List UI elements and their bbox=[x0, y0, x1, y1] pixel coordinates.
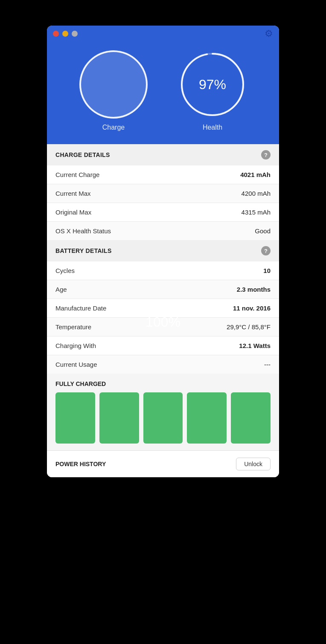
unlock-button[interactable]: Unlock bbox=[236, 458, 271, 470]
close-button[interactable] bbox=[53, 31, 59, 37]
gear-icon[interactable]: ⚙ bbox=[265, 28, 273, 39]
battery-details-section: BATTERY DETAILS ? Cycles 10 Age 2.3 mont… bbox=[47, 240, 279, 374]
current-max-value: 4200 mAh bbox=[242, 190, 271, 197]
app-window: ⚙ 100% Charge 97% Health bbox=[47, 26, 279, 477]
temperature-label: Temperature bbox=[55, 323, 91, 331]
original-max-value: 4315 mAh bbox=[242, 209, 271, 216]
fully-charged-title: FULLY CHARGED bbox=[55, 380, 271, 387]
current-usage-value: --- bbox=[264, 361, 271, 368]
header-section: 100% Charge 97% Health bbox=[47, 42, 279, 144]
manufacture-date-label: Manufacture Date bbox=[55, 305, 106, 312]
charge-details-help-icon[interactable]: ? bbox=[261, 150, 271, 160]
table-row: OS X Health Status Good bbox=[47, 222, 279, 240]
table-row: Current Charge 4021 mAh bbox=[47, 165, 279, 184]
charge-details-header: CHARGE DETAILS ? bbox=[47, 144, 279, 165]
table-row: Age 2.3 months bbox=[47, 280, 279, 299]
power-history-title: POWER HISTORY bbox=[55, 461, 106, 467]
table-row: Original Max 4315 mAh bbox=[47, 203, 279, 222]
table-row: Current Max 4200 mAh bbox=[47, 184, 279, 203]
charge-label: Charge bbox=[102, 124, 125, 131]
temperature-value: 29,9°C / 85,8°F bbox=[227, 323, 271, 331]
green-bar-2 bbox=[99, 392, 139, 444]
current-max-label: Current Max bbox=[55, 190, 91, 197]
traffic-lights bbox=[53, 31, 78, 37]
current-usage-label: Current Usage bbox=[55, 361, 97, 368]
current-charge-label: Current Charge bbox=[55, 171, 99, 178]
green-bars-container bbox=[55, 392, 271, 444]
original-max-label: Original Max bbox=[55, 209, 91, 216]
charge-details-title: CHARGE DETAILS bbox=[55, 151, 110, 158]
health-circle-container: 97% Health bbox=[178, 50, 247, 131]
table-row: Current Usage --- bbox=[47, 355, 279, 374]
charging-with-label: Charging With bbox=[55, 342, 96, 349]
zoom-button[interactable] bbox=[72, 31, 78, 37]
green-bar-1 bbox=[55, 392, 95, 444]
charging-with-value: 12.1 Watts bbox=[239, 342, 271, 349]
charge-percent: 100% bbox=[146, 314, 180, 330]
battery-details-help-icon[interactable]: ? bbox=[261, 246, 271, 255]
green-bar-4 bbox=[187, 392, 227, 444]
green-bar-5 bbox=[231, 392, 271, 444]
battery-details-title: BATTERY DETAILS bbox=[55, 247, 112, 254]
cycles-label: Cycles bbox=[55, 267, 75, 274]
manufacture-date-value: 11 nov. 2016 bbox=[233, 305, 271, 312]
power-history-section: POWER HISTORY Unlock bbox=[47, 450, 279, 477]
table-row: Charging With 12.1 Watts bbox=[47, 337, 279, 355]
charge-circle-container: 100% Charge bbox=[79, 50, 148, 131]
age-value: 2.3 months bbox=[237, 286, 271, 293]
age-label: Age bbox=[55, 286, 67, 293]
health-percent: 97% bbox=[199, 77, 226, 93]
os-health-value: Good bbox=[255, 227, 271, 235]
fully-charged-section: FULLY CHARGED bbox=[47, 374, 279, 450]
title-bar: ⚙ bbox=[47, 26, 279, 42]
health-circle-wrapper: 97% bbox=[178, 50, 247, 119]
charge-circle: 100% bbox=[79, 50, 148, 119]
os-health-label: OS X Health Status bbox=[55, 227, 111, 235]
battery-details-header: BATTERY DETAILS ? bbox=[47, 240, 279, 261]
green-bar-3 bbox=[143, 392, 183, 444]
table-row: Cycles 10 bbox=[47, 261, 279, 280]
cycles-value: 10 bbox=[263, 267, 271, 274]
health-label: Health bbox=[203, 124, 222, 131]
current-charge-value: 4021 mAh bbox=[240, 171, 271, 178]
charge-details-section: CHARGE DETAILS ? Current Charge 4021 mAh… bbox=[47, 144, 279, 240]
minimize-button[interactable] bbox=[62, 31, 68, 37]
